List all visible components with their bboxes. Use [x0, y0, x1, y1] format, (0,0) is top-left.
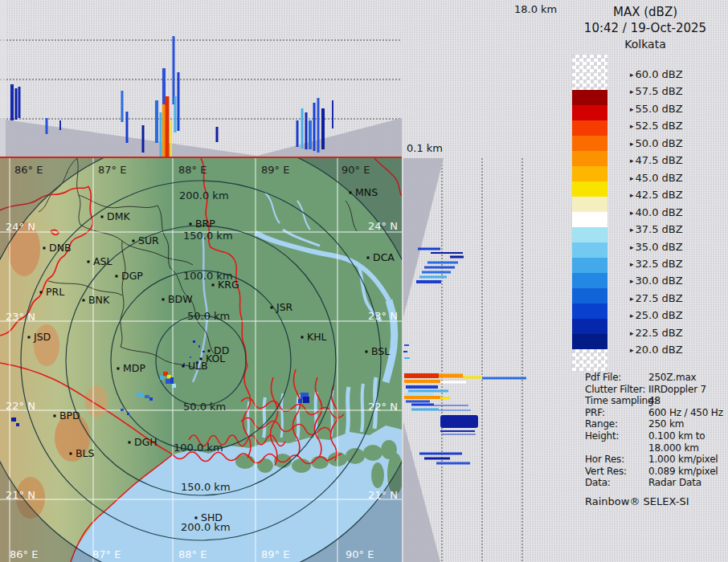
right-echo-bars — [403, 248, 526, 465]
info-value: 600 Hz / 450 Hz — [648, 407, 723, 419]
dbz-threshold-label: ▸22.5 dBZ — [630, 327, 683, 339]
city-dot — [101, 216, 104, 218]
min-height-label: 0.1 km — [407, 142, 443, 154]
threshold-arrow-icon: ▸ — [630, 226, 634, 234]
dbz-threshold-label: ▸30.0 dBZ — [630, 275, 683, 287]
info-row: PRF:600 Hz / 450 Hz — [585, 407, 726, 419]
city-dot — [212, 284, 215, 287]
info-row: Vert Res:0.089 km/pixel — [585, 466, 726, 478]
max-height-label: 18.0 km — [514, 3, 557, 15]
info-label: Clutter Filter: — [585, 384, 648, 396]
info-row: Pdf File:250Z.max — [585, 372, 726, 384]
top-cross-section-plot — [0, 0, 402, 158]
latitude-label: 23° N — [6, 311, 35, 323]
longitude-label: 88° E — [178, 548, 207, 560]
city-label: KOL — [206, 352, 225, 364]
info-label: Hor Res: — [585, 454, 648, 466]
city-dot — [129, 442, 131, 444]
city-dot — [83, 299, 85, 302]
threshold-arrow-icon: ▸ — [630, 346, 634, 354]
city-dot — [367, 257, 370, 259]
city-label: DGH — [134, 436, 157, 448]
colorbar-band — [572, 258, 607, 273]
info-value: Radar Data — [648, 477, 701, 489]
latitude-label: 24° N — [368, 220, 398, 232]
longitude-label: 88° E — [178, 164, 207, 176]
longitude-label: 87° E — [92, 548, 121, 560]
colorbar-band — [572, 90, 607, 105]
city-dot — [116, 275, 118, 278]
city-dot — [190, 223, 192, 226]
city-label: PRL — [46, 286, 64, 298]
colorbar-band — [572, 166, 607, 181]
latitude-label: 21° N — [368, 489, 398, 501]
dbz-threshold-label: ▸35.0 dBZ — [630, 241, 683, 253]
colorbar-band — [572, 197, 607, 212]
longitude-label: 89° E — [261, 548, 289, 560]
city-label: DCA — [373, 251, 395, 263]
info-value: 250Z.max — [648, 372, 696, 384]
threshold-arrow-icon: ▸ — [630, 191, 634, 199]
range-ring-label: 200.0 km — [179, 189, 229, 202]
radar-map: DMKDNBSURASLDGPPRLBNKJSDMDPBPDBLSDGHSHDB… — [0, 158, 402, 562]
right-cross-section-panel — [403, 158, 562, 562]
dbz-threshold-label: ▸45.0 dBZ — [630, 172, 683, 184]
range-ring-label: 50.0 km — [183, 401, 226, 413]
range-ring-label: 50.0 km — [187, 310, 230, 322]
colorbar-band — [572, 105, 607, 120]
threshold-arrow-icon: ▸ — [630, 122, 634, 130]
radar-display-window: 18.0 km 0.1 km — [0, 0, 728, 562]
colorbar-band — [572, 242, 607, 258]
info-column: MAX (dBZ) 10:42 / 19-Oct-2025 Kolkata ▸6… — [562, 0, 728, 562]
latitude-label: 22° N — [368, 401, 398, 413]
dbz-threshold-label: ▸20.0 dBZ — [630, 344, 683, 356]
city-dot — [70, 453, 72, 455]
city-dot — [366, 351, 368, 353]
colorbar-checker — [572, 55, 607, 90]
city-dot — [195, 517, 198, 519]
info-label: PRF: — [585, 407, 648, 419]
colorbar-band — [572, 273, 607, 288]
latitude-label: 24° N — [6, 221, 35, 233]
threshold-arrow-icon: ▸ — [630, 277, 634, 285]
colorbar-band — [572, 181, 607, 197]
threshold-arrow-icon: ▸ — [630, 140, 634, 148]
city-dot — [133, 240, 135, 242]
dbz-colorbar — [572, 55, 607, 371]
threshold-arrow-icon: ▸ — [630, 329, 634, 337]
colorbar-band — [572, 212, 607, 227]
colorbar-band — [572, 334, 607, 349]
top-cross-section-panel — [0, 0, 402, 158]
dbz-threshold-label: ▸40.0 dBZ — [630, 206, 683, 218]
info-value: 0.089 km/pixel — [648, 466, 718, 478]
info-value: 48 — [648, 395, 661, 407]
range-ring-label: 150.0 km — [181, 481, 231, 493]
colorbar-band — [572, 303, 607, 319]
dbz-threshold-label: ▸60.0 dBZ — [630, 68, 683, 80]
info-row: Height:0.100 km to — [585, 430, 726, 442]
city-dot — [88, 261, 90, 263]
colorbar-band — [572, 227, 607, 242]
threshold-arrow-icon: ▸ — [630, 312, 634, 320]
threshold-arrow-icon: ▸ — [630, 209, 634, 217]
city-label: ASL — [93, 255, 112, 267]
info-label: Vert Res: — [585, 466, 648, 478]
threshold-arrow-icon: ▸ — [630, 88, 634, 96]
info-value: 0.100 km to — [648, 430, 705, 442]
city-dot — [182, 365, 185, 368]
longitude-label: 87° E — [98, 164, 126, 176]
dbz-threshold-label: ▸55.0 dBZ — [630, 103, 683, 115]
range-ring-label: 100.0 km — [174, 442, 223, 454]
range-ring-label: 150.0 km — [183, 230, 233, 242]
beam-blockage-wedge — [403, 422, 440, 562]
longitude-label: 86° E — [10, 548, 38, 560]
city-label: BDW — [168, 293, 193, 305]
city-dot — [117, 368, 120, 370]
city-dot — [54, 415, 56, 417]
city-label: KHL — [307, 331, 327, 343]
product-info-table: Pdf File:250Z.maxClutter Filter:IIRDoppl… — [585, 372, 726, 489]
info-label: Data: — [585, 477, 648, 489]
range-ring-label: 100.0 km — [183, 270, 233, 282]
threshold-arrow-icon: ▸ — [630, 71, 634, 79]
info-label: Time sampling: — [585, 395, 648, 407]
